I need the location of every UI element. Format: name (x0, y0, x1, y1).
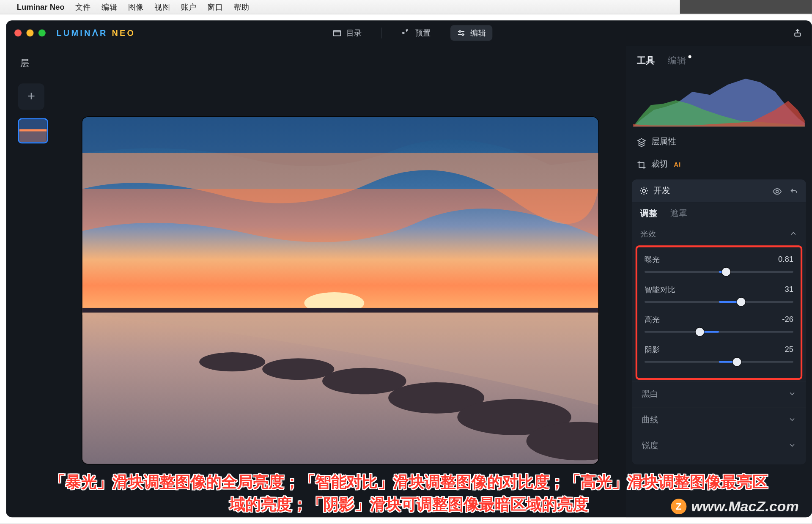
window-controls (14, 30, 46, 37)
titlebar: LUMINɅR NEO 目录 预置 (6, 20, 812, 46)
caption-line-1: 「暴光」滑块调整图像的全局亮度；「智能对比」滑块调整图像的对比度；「高光」滑块调… (24, 471, 794, 493)
slider-label: 阴影 (645, 345, 660, 356)
svg-rect-6 (19, 132, 47, 143)
section-sharpness[interactable]: 锐度 (632, 433, 806, 458)
tab-catalog-label: 目录 (346, 27, 362, 38)
slider-smart-contrast: 智能对比31 (642, 282, 796, 312)
ai-badge: AI (674, 161, 681, 168)
folder-icon (332, 28, 342, 38)
preview-image[interactable] (82, 117, 598, 464)
tab-presets-label: 预置 (415, 27, 431, 38)
titlebar-tabs: 目录 预置 编辑 (326, 25, 492, 41)
sliders-icon (456, 28, 466, 38)
close-icon[interactable] (14, 30, 22, 37)
svg-rect-0 (333, 30, 340, 36)
section-label: 锐度 (642, 441, 658, 452)
minimize-icon[interactable] (26, 30, 33, 37)
right-tabs: 工具 编辑 (626, 46, 812, 71)
chevron-down-icon (788, 415, 796, 425)
mac-menubar: Luminar Neo 文件 编辑 图像 视图 账户 窗口 帮助 (0, 0, 812, 14)
crop-icon (637, 159, 647, 169)
svg-point-18 (776, 190, 779, 193)
layers-label: 层 (20, 58, 54, 69)
light-section-header[interactable]: 光效 (632, 224, 806, 244)
eye-icon[interactable] (772, 186, 782, 196)
svg-point-12 (262, 358, 334, 380)
svg-rect-4 (19, 119, 47, 130)
chevron-down-icon (788, 441, 796, 451)
develop-header[interactable]: 开发 (632, 179, 806, 202)
slider-track[interactable] (645, 298, 793, 306)
crop-label: 裁切 (651, 159, 668, 170)
slider-label: 高光 (645, 315, 660, 326)
layer-properties-label: 层属性 (651, 136, 677, 147)
section-label: 曲线 (642, 415, 658, 426)
svg-point-11 (199, 352, 265, 371)
add-layer-button[interactable]: + (18, 83, 44, 110)
slider-track[interactable] (645, 268, 793, 276)
menu-view[interactable]: 视图 (154, 2, 170, 13)
tab-edit[interactable]: 编辑 (450, 25, 492, 41)
slider-exposure: 曝光0.81 (642, 252, 796, 282)
menubar-right-pad (680, 0, 812, 14)
layer-thumbnail[interactable] (18, 118, 48, 144)
menu-edit[interactable]: 编辑 (102, 2, 117, 13)
slider-track[interactable] (645, 358, 793, 366)
light-sliders-group: 曝光0.81 智能对比31 高光-26 (636, 245, 802, 380)
slider-value: 31 (785, 285, 793, 296)
light-section-label: 光效 (640, 229, 656, 240)
chevron-down-icon (788, 389, 796, 399)
share-icon[interactable] (793, 27, 802, 37)
develop-panel: 调整 遮罩 光效 曝光0.81 (632, 202, 806, 464)
svg-point-2 (462, 34, 464, 36)
slider-shadows: 阴影25 (642, 342, 796, 372)
svg-rect-9 (82, 308, 598, 313)
undo-icon[interactable] (789, 186, 799, 196)
layer-properties-row[interactable]: 层属性 (626, 130, 812, 153)
slider-label: 智能对比 (645, 285, 676, 296)
app-window: LUMINɅR NEO 目录 预置 (6, 20, 812, 517)
section-curves[interactable]: 曲线 (632, 407, 806, 433)
slider-label: 曝光 (645, 255, 660, 266)
develop-label: 开发 (653, 185, 670, 196)
crop-row[interactable]: 裁切 AI (626, 153, 812, 176)
chevron-up-icon (789, 229, 798, 239)
slider-value: 0.81 (778, 255, 793, 266)
tab-edits[interactable]: 编辑 (668, 55, 686, 67)
svg-point-17 (642, 189, 646, 192)
histogram[interactable] (633, 74, 805, 127)
menu-image[interactable]: 图像 (128, 2, 144, 13)
menubar-app-name[interactable]: Luminar Neo (17, 3, 65, 11)
sun-icon (639, 186, 649, 196)
svg-point-1 (459, 30, 461, 32)
watermark-text: www.MacZ.com (691, 498, 798, 515)
slider-value: -26 (782, 315, 793, 326)
section-label: 黑白 (642, 389, 658, 400)
menu-file[interactable]: 文件 (75, 2, 91, 13)
divider (381, 27, 381, 38)
tab-catalog[interactable]: 目录 (326, 25, 368, 41)
canvas (54, 46, 626, 517)
edits-indicator-dot (689, 55, 691, 58)
logo-text-2: ɅR (92, 28, 108, 38)
tab-tools[interactable]: 工具 (637, 55, 655, 67)
zoom-icon[interactable] (38, 30, 46, 37)
menu-account[interactable]: 账户 (181, 2, 197, 13)
svg-rect-3 (795, 33, 800, 36)
app-logo: LUMINɅR NEO (56, 28, 135, 38)
section-bw[interactable]: 黑白 (632, 381, 806, 407)
sparkle-icon (401, 28, 411, 38)
menu-window[interactable]: 窗口 (207, 2, 223, 13)
slider-highlights: 高光-26 (642, 312, 796, 342)
slider-value: 25 (785, 345, 793, 356)
slider-track[interactable] (645, 328, 793, 336)
watermark-badge: Z (671, 499, 686, 514)
tab-presets[interactable]: 预置 (395, 25, 437, 41)
logo-text-3: NEO (108, 28, 136, 38)
subtab-adjust[interactable]: 调整 (640, 208, 657, 219)
layers-panel: 层 + (6, 46, 54, 517)
menu-help[interactable]: 帮助 (234, 2, 250, 13)
subtab-mask[interactable]: 遮罩 (670, 208, 687, 219)
svg-point-13 (322, 368, 406, 394)
right-panel: 工具 编辑 层属性 (626, 46, 812, 517)
